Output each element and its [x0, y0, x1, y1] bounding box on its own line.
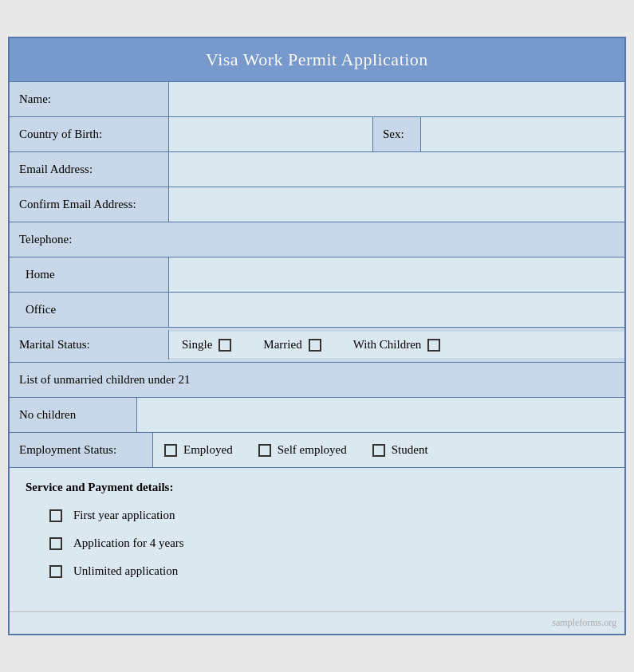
office-label: Office: [10, 293, 169, 327]
service-option-2: Application for 4 years: [49, 536, 608, 550]
with-children-group: With Children: [353, 338, 441, 352]
home-row: Home: [10, 257, 624, 292]
marital-status-row: Marital Status: Single Married With Chil…: [10, 327, 624, 362]
home-label: Home: [10, 257, 169, 292]
employment-status-row: Employment Status: Employed Self employe…: [10, 432, 624, 467]
sex-input-cell: [421, 117, 624, 151]
home-input[interactable]: [177, 268, 616, 281]
student-group: Student: [372, 443, 428, 457]
with-children-label: With Children: [353, 338, 422, 352]
no-children-row: No children: [10, 397, 624, 432]
confirm-email-input-cell: [169, 187, 624, 222]
with-children-checkbox[interactable]: [427, 339, 440, 352]
name-input-cell: [169, 82, 624, 116]
first-year-label: First year application: [73, 509, 175, 522]
email-row: Email Address:: [10, 151, 624, 187]
confirm-email-row: Confirm Email Address:: [10, 187, 624, 222]
student-checkbox[interactable]: [372, 444, 385, 457]
children-list-label: List of unmarried children under 21: [10, 363, 624, 397]
self-employed-group: Self employed: [258, 443, 347, 457]
service-payment-title: Service and Payment details:: [26, 481, 608, 494]
no-children-label: No children: [10, 398, 137, 432]
office-row: Office: [10, 292, 624, 327]
married-checkbox[interactable]: [309, 339, 321, 352]
marital-status-label: Marital Status:: [10, 330, 169, 360]
no-children-input[interactable]: [145, 408, 616, 422]
sex-label: Sex:: [373, 117, 421, 151]
unlimited-label: Unlimited application: [73, 564, 178, 578]
employment-status-options: Employed Self employed Student: [153, 433, 624, 467]
birth-sex-row: Country of Birth: Sex:: [10, 116, 624, 151]
service-option-1: First year application: [49, 509, 608, 522]
email-input-cell: [169, 152, 624, 187]
married-group: Married: [263, 338, 321, 352]
children-list-header-row: List of unmarried children under 21: [10, 362, 624, 397]
married-label: Married: [263, 338, 301, 352]
country-of-birth-input-cell: [169, 117, 373, 151]
employed-checkbox[interactable]: [164, 444, 177, 457]
single-checkbox[interactable]: [219, 339, 231, 352]
single-label: Single: [182, 338, 212, 352]
telephone-row: Telephone:: [10, 222, 624, 257]
email-input[interactable]: [177, 163, 616, 176]
home-input-cell: [169, 257, 624, 292]
form-title: Visa Work Permit Application: [10, 38, 624, 81]
office-input-cell: [169, 293, 624, 327]
form-container: Visa Work Permit Application Name: Count…: [8, 37, 626, 635]
student-label: Student: [392, 443, 428, 457]
name-input[interactable]: [177, 92, 616, 106]
employed-label: Employed: [183, 443, 233, 457]
telephone-label: Telephone:: [10, 222, 624, 257]
self-employed-checkbox[interactable]: [258, 444, 271, 457]
service-option-3: Unlimited application: [49, 564, 608, 578]
four-years-label: Application for 4 years: [73, 536, 184, 550]
unlimited-checkbox[interactable]: [49, 565, 62, 578]
four-years-checkbox[interactable]: [49, 537, 62, 550]
employed-group: Employed: [164, 443, 233, 457]
watermark: sampleforms.org: [10, 611, 624, 634]
marital-status-options: Single Married With Children: [169, 332, 624, 358]
no-children-input-cell: [137, 398, 624, 432]
email-label: Email Address:: [10, 152, 169, 187]
employment-status-label: Employment Status:: [10, 433, 153, 467]
country-of-birth-label: Country of Birth:: [10, 117, 169, 151]
single-group: Single: [182, 338, 231, 352]
name-label: Name:: [10, 82, 169, 116]
country-of-birth-input[interactable]: [177, 128, 364, 141]
confirm-email-input[interactable]: [177, 198, 616, 211]
service-payment-section: Service and Payment details: First year …: [10, 467, 624, 611]
office-input[interactable]: [177, 303, 616, 316]
name-row: Name:: [10, 81, 624, 116]
self-employed-label: Self employed: [278, 443, 347, 457]
first-year-checkbox[interactable]: [49, 509, 62, 522]
sex-input[interactable]: [429, 128, 616, 141]
confirm-email-label: Confirm Email Address:: [10, 187, 169, 222]
